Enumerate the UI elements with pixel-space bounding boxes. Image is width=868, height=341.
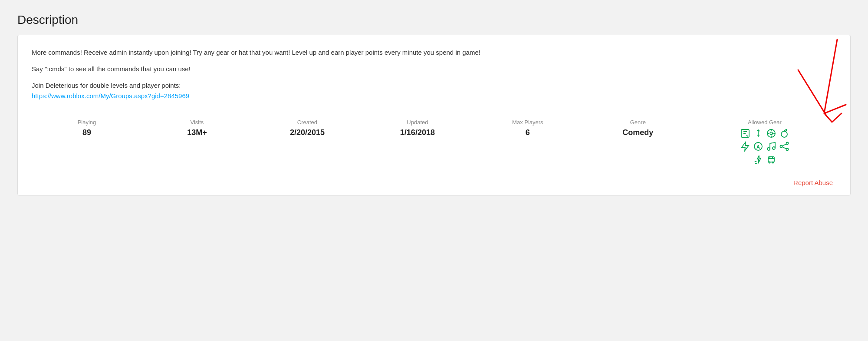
gear-row-2: A [740, 141, 789, 153]
description-card: More commands! Receive admin instantly u… [17, 35, 851, 195]
svg-point-13 [767, 148, 770, 150]
stat-genre: Genre Comedy [583, 119, 693, 137]
created-value: 2/20/2015 [252, 128, 362, 137]
gear-icon-explosive [779, 128, 789, 140]
gear-icon-building [753, 154, 763, 166]
svg-point-10 [786, 129, 787, 130]
gear-icon-musical [766, 141, 776, 153]
gear-icon-ranged [766, 128, 776, 140]
gear-icon-social [740, 128, 750, 140]
gear-icon-social2 [779, 141, 789, 153]
description-paragraph-1: More commands! Receive admin instantly u… [32, 47, 836, 58]
description-paragraph-3: Join Deleterious for double levels and p… [32, 80, 836, 101]
svg-point-17 [786, 149, 788, 151]
stat-visits: Visits 13M+ [142, 119, 252, 137]
gear-icon-navigation: A [753, 141, 763, 153]
gear-icon-power [740, 141, 750, 153]
page-title: Description [17, 13, 851, 27]
playing-label: Playing [32, 119, 142, 126]
stat-max-players: Max Players 6 [473, 119, 583, 137]
svg-point-9 [781, 131, 787, 137]
svg-point-15 [780, 146, 782, 148]
stat-playing: Playing 89 [32, 119, 142, 137]
genre-label: Genre [583, 119, 693, 126]
svg-point-23 [769, 162, 770, 163]
max-players-label: Max Players [473, 119, 583, 126]
visits-label: Visits [142, 119, 252, 126]
svg-point-24 [772, 162, 773, 163]
stats-row: Playing 89 Visits 13M+ Created 2/20/2015… [32, 111, 836, 171]
gear-icons-container: A [693, 128, 836, 166]
gear-row-3 [753, 154, 776, 166]
max-players-value: 6 [473, 128, 583, 137]
svg-text:A: A [756, 144, 760, 149]
gear-icon-transport [766, 154, 776, 166]
svg-point-16 [786, 142, 788, 145]
stat-allowed-gear: Allowed Gear [693, 119, 836, 166]
gear-row-1 [740, 128, 789, 140]
visits-value: 13M+ [142, 128, 252, 137]
stat-updated: Updated 1/16/2018 [362, 119, 473, 137]
svg-line-18 [782, 144, 786, 146]
updated-value: 1/16/2018 [362, 128, 473, 137]
updated-label: Updated [362, 119, 473, 126]
svg-line-19 [782, 147, 786, 149]
group-link[interactable]: https://www.roblox.com/My/Groups.aspx?gi… [32, 92, 189, 99]
genre-value: Comedy [583, 128, 693, 137]
playing-value: 89 [32, 128, 142, 137]
footer-row: Report Abuse [32, 171, 836, 195]
svg-point-14 [773, 147, 775, 149]
svg-point-4 [770, 132, 773, 135]
stat-created: Created 2/20/2015 [252, 119, 362, 137]
gear-icon-melee [753, 128, 763, 140]
description-paragraph-2: Say ":cmds" to see all the commands that… [32, 64, 836, 74]
svg-rect-21 [768, 157, 774, 162]
report-abuse-button[interactable]: Report Abuse [790, 177, 836, 188]
allowed-gear-label: Allowed Gear [693, 119, 836, 126]
created-label: Created [252, 119, 362, 126]
